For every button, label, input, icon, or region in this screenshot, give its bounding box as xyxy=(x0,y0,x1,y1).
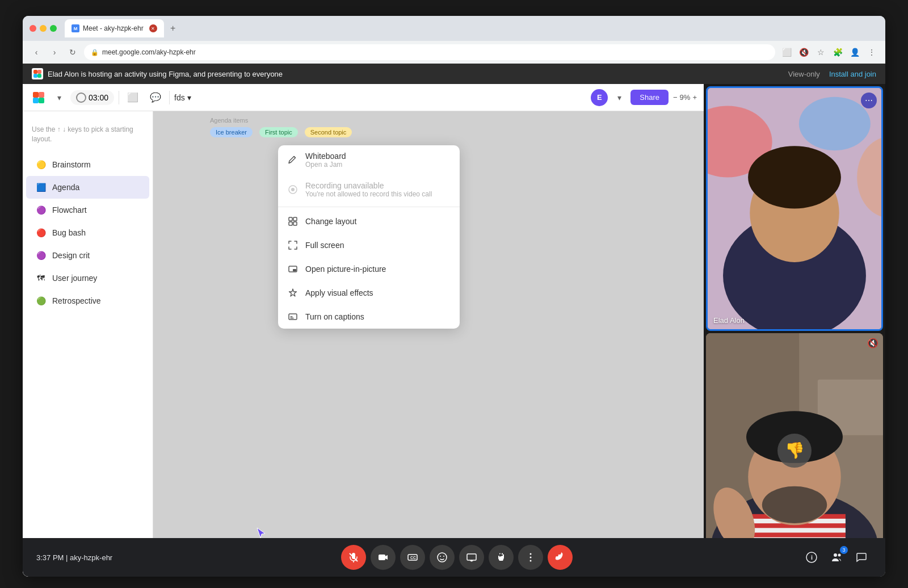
svg-point-52 xyxy=(530,560,532,562)
menu-item-whiteboard[interactable]: Whiteboard Open a Jam xyxy=(278,145,460,175)
thumbs-down-overlay: 👎 xyxy=(777,434,812,468)
figma-logo[interactable] xyxy=(30,89,48,107)
browser-navbar: ‹ › ↻ 🔒 meet.google.com/aky-hzpk-ehr ⬜ 🔇… xyxy=(23,41,885,64)
svg-text:i: i xyxy=(811,554,813,561)
meeting-code: aky-hzpk-ehr xyxy=(70,553,112,562)
svg-point-51 xyxy=(530,557,532,558)
cast-icon[interactable]: ⬜ xyxy=(780,45,793,59)
svg-rect-49 xyxy=(467,554,476,560)
tab-bar: M Meet - aky-hzpk-ehr ✕ + xyxy=(65,19,878,37)
meet-right-controls: i 3 xyxy=(801,547,872,568)
svg-point-46 xyxy=(438,553,447,562)
agenda-tags: Agenda items Ice breaker First topic Sec… xyxy=(210,127,352,141)
zoom-decrease[interactable]: − xyxy=(673,93,678,102)
bookmark-icon[interactable]: ☆ xyxy=(814,45,827,59)
captions-icon xyxy=(287,311,299,322)
retrospective-icon: 🟢 xyxy=(35,295,47,306)
canvas-main[interactable]: Agenda items Ice breaker First topic Sec… xyxy=(153,111,704,577)
comments-btn[interactable]: 💬 xyxy=(146,89,165,107)
minimize-button[interactable] xyxy=(40,25,47,32)
camera-button[interactable] xyxy=(371,545,396,570)
close-button[interactable] xyxy=(30,25,36,32)
svg-rect-2 xyxy=(33,74,37,78)
svg-rect-16 xyxy=(289,314,297,320)
mute-button[interactable] xyxy=(341,545,366,570)
back-button[interactable]: ‹ xyxy=(30,45,43,59)
svg-rect-43 xyxy=(379,555,385,560)
timer-value: 03:00 xyxy=(89,93,108,102)
view-only-button[interactable]: View-only xyxy=(788,70,820,78)
context-menu: Whiteboard Open a Jam xyxy=(278,145,460,329)
svg-rect-35 xyxy=(743,528,846,532)
tag-ice-breaker: Ice breaker xyxy=(210,127,253,137)
svg-point-55 xyxy=(834,553,837,557)
present-button[interactable] xyxy=(459,545,484,570)
raise-hand-button[interactable] xyxy=(489,545,514,570)
menu-item-captions[interactable]: Turn on captions xyxy=(278,305,460,329)
svg-text:CC: CC xyxy=(410,556,416,560)
sidebar-item-brainstorm[interactable]: 🟡 Brainstorm xyxy=(26,153,149,176)
sidebar-item-flowchart[interactable]: 🟣 Flowchart xyxy=(26,199,149,221)
designcrit-label: Design crit xyxy=(52,251,90,260)
timer-display: 03:00 xyxy=(70,90,114,105)
avatar-dropdown[interactable]: ▾ xyxy=(612,91,626,104)
new-tab-button[interactable]: + xyxy=(166,22,180,35)
refresh-button[interactable]: ↻ xyxy=(66,45,79,59)
menu-icon[interactable]: ⋮ xyxy=(865,45,878,59)
pip-text: Open picture-in-picture xyxy=(305,264,451,274)
pencil-icon xyxy=(287,154,299,166)
info-separator: | xyxy=(66,553,70,562)
menu-item-change-layout[interactable]: Change layout xyxy=(278,209,460,233)
svg-rect-7 xyxy=(39,98,44,103)
brainstorm-icon: 🟡 xyxy=(35,159,47,170)
eladon-more-options[interactable]: ⋯ xyxy=(861,93,877,108)
sidebar-item-retrospective[interactable]: 🟢 Retrospective xyxy=(26,289,149,312)
userjourney-label: User journey xyxy=(52,274,97,283)
figma-icon xyxy=(32,68,43,79)
file-name[interactable]: fds ▾ xyxy=(174,93,191,102)
address-bar[interactable]: 🔒 meet.google.com/aky-hzpk-ehr xyxy=(84,44,775,60)
svg-rect-4 xyxy=(33,92,39,98)
more-options-button[interactable] xyxy=(518,545,543,570)
eladon-video-bg xyxy=(708,88,881,329)
participant-count: 3 xyxy=(840,546,848,554)
mute-tab-icon[interactable]: 🔇 xyxy=(797,45,810,59)
end-call-button[interactable] xyxy=(548,545,573,570)
profile-icon[interactable]: 👤 xyxy=(848,45,861,59)
emoji-button[interactable] xyxy=(430,545,455,570)
sidebar-hint: Use the ↑ ↓ keys to pick a starting layo… xyxy=(23,120,153,153)
sidebar-item-agenda[interactable]: 🟦 Agenda xyxy=(26,176,149,199)
figma-dropdown[interactable]: ▾ xyxy=(52,91,66,104)
userjourney-icon: 🗺 xyxy=(35,272,47,284)
menu-item-fullscreen[interactable]: Full screen xyxy=(278,233,460,257)
sidebar-item-bugbash[interactable]: 🔴 Bug bash xyxy=(26,221,149,244)
svg-point-50 xyxy=(530,553,532,555)
tag-first-topic: First topic xyxy=(259,127,298,137)
share-button[interactable]: Share xyxy=(630,90,669,105)
timer-icon xyxy=(76,93,86,103)
active-tab[interactable]: M Meet - aky-hzpk-ehr ✕ xyxy=(65,19,164,37)
zoom-increase[interactable]: + xyxy=(692,93,697,102)
sidebar-item-userjourney[interactable]: 🗺 User journey xyxy=(26,267,149,289)
captions-button[interactable]: CC xyxy=(400,545,425,570)
tab-close-button[interactable]: ✕ xyxy=(149,24,157,32)
people-button[interactable]: 3 xyxy=(826,547,847,568)
svg-rect-0 xyxy=(33,70,37,74)
visual-effects-text: Apply visual effects xyxy=(305,288,451,297)
tag-second-topic: Second topic xyxy=(305,127,352,137)
install-join-button[interactable]: Install and join xyxy=(829,70,876,78)
svg-rect-13 xyxy=(293,222,297,225)
sidebar-item-designcrit[interactable]: 🟣 Design crit xyxy=(26,244,149,267)
maximize-button[interactable] xyxy=(50,25,57,32)
menu-item-pip[interactable]: Open picture-in-picture xyxy=(278,257,460,281)
menu-item-visual-effects[interactable]: Apply visual effects xyxy=(278,281,460,305)
zoom-control: − 9% + xyxy=(673,93,697,102)
pages-btn[interactable]: ⬜ xyxy=(124,89,142,107)
meet-bottom-bar: 3:37 PM | aky-hzpk-ehr xyxy=(23,538,885,577)
forward-button[interactable]: › xyxy=(48,45,61,59)
extensions-icon[interactable]: 🧩 xyxy=(831,45,844,59)
chat-button[interactable] xyxy=(851,547,872,568)
captions-text: Turn on captions xyxy=(305,312,451,321)
info-button[interactable]: i xyxy=(801,547,822,568)
pip-icon xyxy=(287,263,299,275)
